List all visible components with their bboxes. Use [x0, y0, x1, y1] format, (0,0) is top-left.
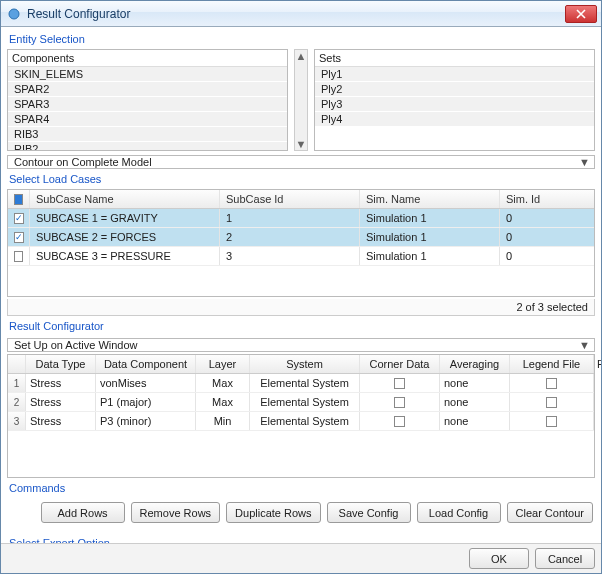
components-header: Components [8, 50, 287, 67]
export-option-label: Select Export Option [7, 535, 595, 543]
app-icon [7, 7, 21, 21]
cell-name: SUBCASE 2 = FORCES [30, 228, 220, 246]
selection-count: 2 of 3 selected [7, 299, 595, 316]
chevron-down-icon: ▼ [579, 156, 590, 168]
legend-checkbox[interactable] [546, 397, 557, 408]
table-row[interactable]: 3 Stress P3 (minor) Min Elemental System… [8, 412, 594, 431]
load-cases-table: SubCase Name SubCase Id Sim. Name Sim. I… [7, 189, 595, 297]
cell-dcomp[interactable]: P1 (major) [96, 393, 196, 411]
corner-checkbox[interactable] [394, 378, 405, 389]
save-config-button[interactable]: Save Config [327, 502, 411, 523]
table-row[interactable]: SUBCASE 3 = PRESSURE 3 Simulation 1 0 [8, 247, 594, 266]
result-config-header: Data Type Data Component Layer System Co… [8, 355, 594, 374]
contour-dropdown-value: Contour on Complete Model [14, 156, 152, 168]
table-row[interactable]: 2 Stress P1 (major) Max Elemental System… [8, 393, 594, 412]
row-checkbox[interactable] [14, 232, 24, 243]
cell-dtype[interactable]: Stress [26, 374, 96, 392]
cell-avg[interactable]: none [440, 412, 510, 430]
legend-checkbox[interactable] [546, 416, 557, 427]
contour-dropdown[interactable]: Contour on Complete Model ▼ [7, 155, 595, 169]
legend-checkbox[interactable] [546, 378, 557, 389]
list-item[interactable]: Ply2 [315, 82, 594, 97]
cell-simid: 0 [500, 209, 594, 227]
list-item[interactable]: SKIN_ELEMS [8, 67, 287, 82]
window-title: Result Configurator [27, 7, 565, 21]
cell-system[interactable]: Elemental System [250, 393, 360, 411]
cell-layer[interactable]: Max [196, 374, 250, 392]
list-item[interactable]: RIB2 [8, 142, 287, 150]
cell-system[interactable]: Elemental System [250, 412, 360, 430]
list-item[interactable]: SPAR4 [8, 112, 287, 127]
list-item[interactable]: SPAR3 [8, 97, 287, 112]
table-row[interactable]: SUBCASE 2 = FORCES 2 Simulation 1 0 [8, 228, 594, 247]
duplicate-rows-button[interactable]: Duplicate Rows [226, 502, 320, 523]
components-listbox[interactable]: Components SKIN_ELEMS SPAR2 SPAR3 SPAR4 … [7, 49, 288, 151]
cell-path[interactable] [594, 393, 601, 411]
cell-path[interactable] [594, 412, 601, 430]
load-cases-header: SubCase Name SubCase Id Sim. Name Sim. I… [8, 190, 594, 209]
cell-id: 3 [220, 247, 360, 265]
cell-simid: 0 [500, 247, 594, 265]
cell-dtype[interactable]: Stress [26, 412, 96, 430]
col-corner-data[interactable]: Corner Data [360, 355, 440, 373]
col-subcase-id[interactable]: SubCase Id [220, 190, 360, 208]
cell-dcomp[interactable]: P3 (minor) [96, 412, 196, 430]
remove-rows-button[interactable]: Remove Rows [131, 502, 221, 523]
table-row[interactable]: 1 Stress vonMises Max Elemental System n… [8, 374, 594, 393]
row-checkbox[interactable] [14, 213, 24, 224]
sets-listbox[interactable]: Sets Ply1 Ply2 Ply3 Ply4 [314, 49, 595, 151]
result-configurator-label: Result Configurator [7, 318, 595, 334]
corner-checkbox[interactable] [394, 416, 405, 427]
select-all-checkbox[interactable] [14, 194, 23, 205]
list-item[interactable]: Ply1 [315, 67, 594, 82]
list-item[interactable]: Ply3 [315, 97, 594, 112]
cell-dcomp[interactable]: vonMises [96, 374, 196, 392]
svg-point-0 [9, 9, 19, 19]
col-file-path[interactable]: File Path [594, 355, 601, 373]
col-sim-name[interactable]: Sim. Name [360, 190, 500, 208]
list-item[interactable]: SPAR2 [8, 82, 287, 97]
col-data-type[interactable]: Data Type [26, 355, 96, 373]
table-row[interactable]: SUBCASE 1 = GRAVITY 1 Simulation 1 0 [8, 209, 594, 228]
cell-avg[interactable]: none [440, 393, 510, 411]
cell-avg[interactable]: none [440, 374, 510, 392]
row-checkbox[interactable] [14, 251, 23, 262]
col-legend-file[interactable]: Legend File [510, 355, 594, 373]
scroll-down-icon[interactable]: ▼ [296, 139, 306, 149]
cell-id: 2 [220, 228, 360, 246]
setup-dropdown-value: Set Up on Active Window [14, 339, 138, 351]
cancel-button[interactable]: Cancel [535, 548, 595, 569]
col-layer[interactable]: Layer [196, 355, 250, 373]
cell-layer[interactable]: Max [196, 393, 250, 411]
cell-layer[interactable]: Min [196, 412, 250, 430]
cell-system[interactable]: Elemental System [250, 374, 360, 392]
load-config-button[interactable]: Load Config [417, 502, 501, 523]
middle-scrollbar[interactable]: ▲ ▼ [294, 49, 308, 151]
ok-button[interactable]: OK [469, 548, 529, 569]
setup-dropdown[interactable]: Set Up on Active Window ▼ [7, 338, 595, 352]
col-subcase-name[interactable]: SubCase Name [30, 190, 220, 208]
corner-checkbox[interactable] [394, 397, 405, 408]
chevron-down-icon: ▼ [579, 339, 590, 351]
list-item[interactable]: Ply4 [315, 112, 594, 127]
cell-dtype[interactable]: Stress [26, 393, 96, 411]
cell-sim: Simulation 1 [360, 209, 500, 227]
col-sim-id[interactable]: Sim. Id [500, 190, 594, 208]
scroll-up-icon[interactable]: ▲ [296, 51, 306, 61]
clear-contour-button[interactable]: Clear Contour [507, 502, 593, 523]
entity-selection-label: Entity Selection [7, 31, 595, 47]
col-averaging[interactable]: Averaging [440, 355, 510, 373]
row-index: 3 [8, 412, 26, 430]
col-system[interactable]: System [250, 355, 360, 373]
dialog-footer: OK Cancel [1, 543, 601, 573]
row-index: 2 [8, 393, 26, 411]
cell-name: SUBCASE 1 = GRAVITY [30, 209, 220, 227]
col-data-component[interactable]: Data Component [96, 355, 196, 373]
add-rows-button[interactable]: Add Rows [41, 502, 125, 523]
cell-path[interactable] [594, 374, 601, 392]
close-button[interactable] [565, 5, 597, 23]
cell-sim: Simulation 1 [360, 228, 500, 246]
list-item[interactable]: RIB3 [8, 127, 287, 142]
load-cases-label: Select Load Cases [7, 171, 595, 187]
row-index: 1 [8, 374, 26, 392]
